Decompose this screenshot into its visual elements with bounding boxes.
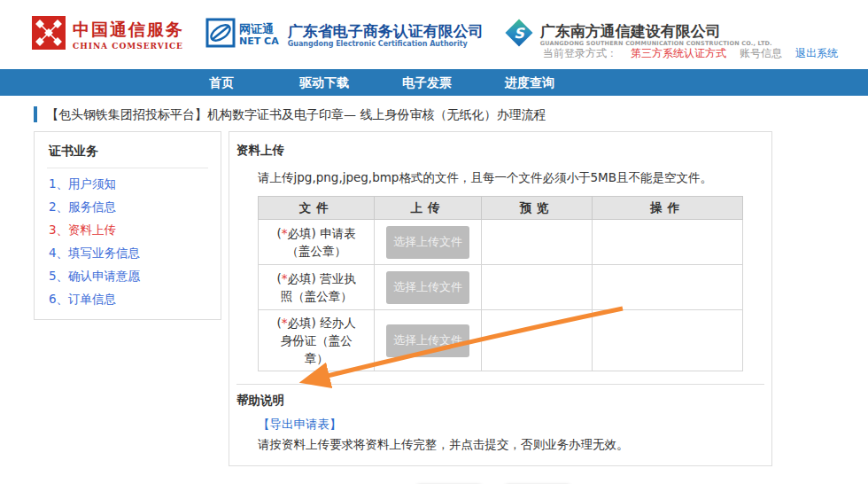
help-note: 请按资料上传要求将资料上传完整，并点击提交，否则业务办理无效。 xyxy=(258,437,764,453)
table-row-application-form: (*必填) 申请表（盖公章） 选择上传文件 xyxy=(259,220,743,265)
gdca-company-text: 广东省电子商务认证有限公司 Guangdong Electronic Certi… xyxy=(288,22,484,48)
upload-cell: 选择上传文件 xyxy=(375,220,481,265)
col-header-action: 操作 xyxy=(593,197,743,220)
brand1-name: 中国通信服务 xyxy=(73,19,184,42)
sidebar-certificate-steps: 证书业务 1、用户须知 2、服务信息 3、资料上传 4、填写业务信息 5、确认申… xyxy=(34,131,221,320)
login-status-row: 当前登录方式： 第三方系统认证方式 账号信息 退出系统 xyxy=(543,46,838,61)
netca-en-label: NET CA xyxy=(239,35,279,47)
required-star: * xyxy=(282,271,288,285)
preview-cell xyxy=(481,220,593,265)
page-title: 【包头钢铁集团招投标平台】机构数字证书及电子印章— 线上身份审核（无纸化）办理流… xyxy=(34,106,868,122)
upload-cell: 选择上传文件 xyxy=(375,310,481,371)
netca-text: 网证通 NET CA xyxy=(239,22,279,47)
label-text: 必填) 营业执照（盖公章） xyxy=(281,271,356,303)
file-label-agent-id-card: (*必填) 经办人身份证（盖公章） xyxy=(259,310,375,371)
table-row-business-license: (*必填) 营业执照（盖公章） 选择上传文件 xyxy=(259,265,743,310)
sidebar-item-service-info[interactable]: 2、服务信息 xyxy=(47,191,208,215)
label-text: 必填) 申请表（盖公章） xyxy=(286,226,355,258)
main-nav: 首页 驱动下载 电子发票 进度查询 xyxy=(0,69,868,96)
file-label-application-form: (*必填) 申请表（盖公章） xyxy=(259,220,375,265)
choose-file-button-agent-id-card[interactable]: 选择上传文件 xyxy=(386,324,469,357)
netca-cn-label: 网证通 xyxy=(239,22,279,35)
table-row-agent-id-card: (*必填) 经办人身份证（盖公章） 选择上传文件 xyxy=(259,310,743,371)
brand1-subtitle: CHINA COMSERVICE xyxy=(73,42,184,51)
sidebar-item-business-info[interactable]: 4、填写业务信息 xyxy=(47,238,208,261)
action-cell xyxy=(593,265,743,310)
sidebar-title: 证书业务 xyxy=(47,141,208,168)
action-cell xyxy=(593,310,743,371)
upload-section-title: 资料上传 xyxy=(236,143,764,159)
nav-item-home[interactable]: 首页 xyxy=(170,69,273,96)
southern-company-text: 广东南方通信建设有限公司 GUANGDONG SOUTHERN COMMUNIC… xyxy=(540,22,772,47)
help-section: 帮助说明 【导出申请表】 请按资料上传要求将资料上传完整，并点击提交，否则业务办… xyxy=(236,384,764,455)
brand-china-comservice: 中国通信服务 CHINA COMSERVICE xyxy=(32,16,184,53)
brand3-name: 广东南方通信建设有限公司 xyxy=(540,22,772,40)
login-method-label: 当前登录方式： xyxy=(543,46,617,61)
top-header: 中国通信服务 CHINA COMSERVICE 网证通 NET CA 广东省电子… xyxy=(0,0,868,69)
sidebar-item-order-info[interactable]: 6、订单信息 xyxy=(47,284,208,307)
sidebar-item-user-notice[interactable]: 1、用户须知 xyxy=(47,168,208,191)
choose-file-button-business-license[interactable]: 选择上传文件 xyxy=(386,271,469,304)
brand2-name: 广东省电子商务认证有限公司 xyxy=(288,22,484,40)
logout-link[interactable]: 退出系统 xyxy=(795,46,838,61)
upload-instruction: 请上传jpg,png,jpeg,bmp格式的文件，且每一个文件必须小于5MB且不… xyxy=(258,170,764,186)
brand-netca: 网证通 NET CA 广东省电子商务认证有限公司 Guangdong Elect… xyxy=(205,18,484,51)
upload-table-header-row: 文件 上传 预览 操作 xyxy=(259,197,743,220)
china-comservice-text: 中国通信服务 CHINA COMSERVICE xyxy=(73,19,184,51)
netca-globe-icon xyxy=(205,18,236,51)
account-info-link[interactable]: 账号信息 xyxy=(740,46,782,61)
china-comservice-logo-icon xyxy=(32,16,66,53)
file-label-business-license: (*必填) 营业执照（盖公章） xyxy=(259,265,375,310)
sidebar-item-confirm-intent[interactable]: 5、确认申请意愿 xyxy=(47,261,208,284)
upload-cell: 选择上传文件 xyxy=(375,265,481,310)
preview-cell xyxy=(481,310,593,371)
choose-file-button-application-form[interactable]: 选择上传文件 xyxy=(386,226,469,259)
southern-diamond-icon: S xyxy=(503,17,535,52)
upload-panel: 资料上传 请上传jpg,png,jpeg,bmp格式的文件，且每一个文件必须小于… xyxy=(229,131,772,466)
help-title: 帮助说明 xyxy=(236,393,764,409)
col-header-file: 文件 xyxy=(259,197,375,220)
nav-item-driver-download[interactable]: 驱动下载 xyxy=(273,69,376,96)
content-area: 证书业务 1、用户须知 2、服务信息 3、资料上传 4、填写业务信息 5、确认申… xyxy=(34,131,772,466)
brand2-subtitle: Guangdong Electronic Certification Autho… xyxy=(288,40,484,48)
label-text: 必填) 经办人身份证（盖公章） xyxy=(281,316,356,365)
nav-item-progress-query[interactable]: 进度查询 xyxy=(478,69,581,96)
action-cell xyxy=(593,220,743,265)
col-header-preview: 预览 xyxy=(481,197,593,220)
required-star: * xyxy=(282,226,288,240)
certificate-service-page: 中国通信服务 CHINA COMSERVICE 网证通 NET CA 广东省电子… xyxy=(0,0,868,484)
svg-text:S: S xyxy=(514,25,525,42)
preview-cell xyxy=(481,265,593,310)
upload-table: 文件 上传 预览 操作 (*必填) 申请表（盖公章） 选择上传文件 (*必填) xyxy=(258,196,743,371)
sidebar-item-file-upload[interactable]: 3、资料上传 xyxy=(47,215,208,238)
nav-item-e-invoice[interactable]: 电子发票 xyxy=(376,69,478,96)
export-application-form-link[interactable]: 【导出申请表】 xyxy=(258,417,342,433)
login-method-value: 第三方系统认证方式 xyxy=(631,46,726,61)
col-header-upload: 上传 xyxy=(375,197,481,220)
required-star: * xyxy=(282,316,288,330)
